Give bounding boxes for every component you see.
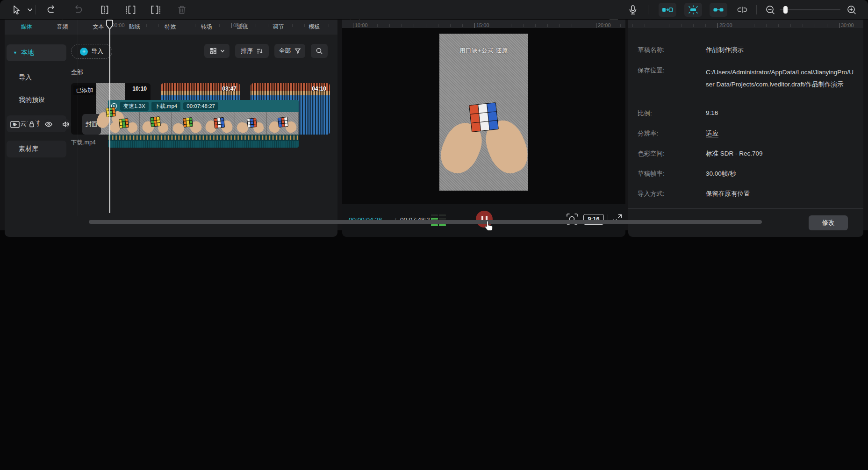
- section-label: 全部: [71, 68, 83, 77]
- plus-icon: +: [80, 48, 88, 56]
- sort-icon: [256, 48, 263, 55]
- clip-duration-badge: 00:07:48:27: [183, 102, 218, 110]
- hide-track-button[interactable]: [43, 119, 54, 130]
- sidebar-item-import[interactable]: 导入: [7, 69, 66, 86]
- draft-params-panel: 草稿参数 草稿名称: 作品制作演示 保存位置: C:/Users/Adminis…: [628, 6, 863, 237]
- lock-track-button[interactable]: [26, 119, 37, 130]
- video-viewport: 用口诀+公式 还原: [342, 28, 625, 204]
- filter-button[interactable]: 全部: [274, 44, 305, 58]
- zoom-slider-thumb[interactable]: [783, 6, 788, 14]
- grid-view-icon: [209, 47, 217, 55]
- ruler-label: 30:00: [841, 22, 854, 28]
- field-save-location: 保存位置: C:/Users/Administrator/AppData/Loc…: [638, 66, 854, 91]
- clip-filmstrip: [108, 112, 299, 135]
- snap-toggle-button[interactable]: [659, 3, 676, 17]
- app-window: 媒体 音频 TI 文本 贴纸 特效 转场: [0, 0, 868, 470]
- auto-cut-button[interactable]: [684, 3, 702, 17]
- video-preview[interactable]: 用口诀+公式 还原: [439, 34, 528, 191]
- redo-button[interactable]: [72, 4, 84, 15]
- view-mode-button[interactable]: [204, 44, 230, 58]
- clip-name-badge: 下载.mp4: [151, 102, 181, 111]
- field-aspect-ratio: 比例: 9:16: [638, 109, 854, 118]
- delete-button[interactable]: [176, 4, 187, 15]
- ruler-label: 20:00: [598, 22, 611, 28]
- clip-footer: [108, 141, 299, 148]
- timeline-zoom-slider[interactable]: [780, 9, 840, 10]
- track-header-divider: [78, 20, 78, 216]
- field-color-space: 色彩空间: 标准 SDR - Rec.709: [638, 150, 854, 158]
- field-frame-rate: 草稿帧率: 30.00帧/秒: [638, 170, 854, 178]
- chevron-down-icon: [220, 49, 225, 53]
- delete-right-button[interactable]: [151, 4, 162, 15]
- split-button[interactable]: [99, 4, 110, 15]
- added-badge: 已添加: [73, 85, 96, 95]
- modify-button[interactable]: 修改: [809, 215, 848, 230]
- ruler-label: 25:00: [719, 22, 732, 28]
- mouse-cursor-hand: [482, 219, 495, 232]
- player-panel: 播放器 用口诀+公式 还原 00:00:04:28 / 00:07:48:27: [342, 6, 625, 237]
- ruler-label: 00:00: [112, 22, 125, 28]
- playhead-handle[interactable]: [106, 20, 113, 29]
- field-import-mode: 导入方式: 保留在原有位置: [638, 190, 854, 198]
- playhead-line: [109, 21, 110, 213]
- split-preview-button[interactable]: [737, 4, 751, 15]
- funnel-icon: [294, 48, 301, 54]
- field-resolution: 分辨率: 适应: [638, 129, 854, 138]
- video-overlay-text: 用口诀+公式 还原: [439, 47, 528, 55]
- sidebar-item-presets[interactable]: 我的预设: [7, 92, 66, 108]
- caret-down-icon: ▼: [13, 50, 17, 55]
- field-draft-name: 草稿名称: 作品制作演示: [638, 46, 854, 54]
- sidebar-item-stock[interactable]: 素材库: [7, 141, 66, 157]
- ruler-label: 15:00: [476, 22, 489, 28]
- clip-speed-badge: 变速1.3X: [120, 102, 149, 111]
- delete-left-button[interactable]: [125, 4, 136, 15]
- clip-audio-waveform: [108, 135, 299, 141]
- search-button[interactable]: [311, 44, 328, 58]
- sidebar-item-local[interactable]: ▼ 本地: [7, 44, 66, 61]
- horizontal-scrollbar[interactable]: [89, 220, 762, 224]
- mute-track-button[interactable]: [60, 119, 71, 130]
- select-tool-chevron-icon[interactable]: [24, 4, 31, 15]
- divider: [756, 5, 757, 14]
- search-icon: [316, 47, 323, 55]
- record-voiceover-button[interactable]: [627, 4, 638, 15]
- select-tool-button[interactable]: [11, 4, 22, 15]
- timeline-toolbar: [0, 0, 868, 20]
- ruler-label: 10:00: [355, 22, 368, 28]
- clip-header: 变速1.3X 下载.mp4 00:07:48:27: [108, 100, 299, 112]
- zoom-out-button[interactable]: [765, 4, 776, 15]
- video-track-icon: [9, 119, 21, 130]
- timeline-ruler[interactable]: 00:0005:0010:0015:0020:0025:0030:00: [79, 20, 868, 34]
- divider: [648, 5, 648, 14]
- divider: [36, 5, 36, 14]
- undo-button[interactable]: [46, 4, 57, 15]
- timeline-clip[interactable]: 变速1.3X 下载.mp4 00:07:48:27: [108, 100, 299, 148]
- sort-button[interactable]: 排序: [235, 44, 269, 58]
- ruler-label: 05:00: [233, 22, 246, 28]
- zoom-in-button[interactable]: [846, 4, 857, 15]
- link-toggle-button[interactable]: [710, 3, 727, 17]
